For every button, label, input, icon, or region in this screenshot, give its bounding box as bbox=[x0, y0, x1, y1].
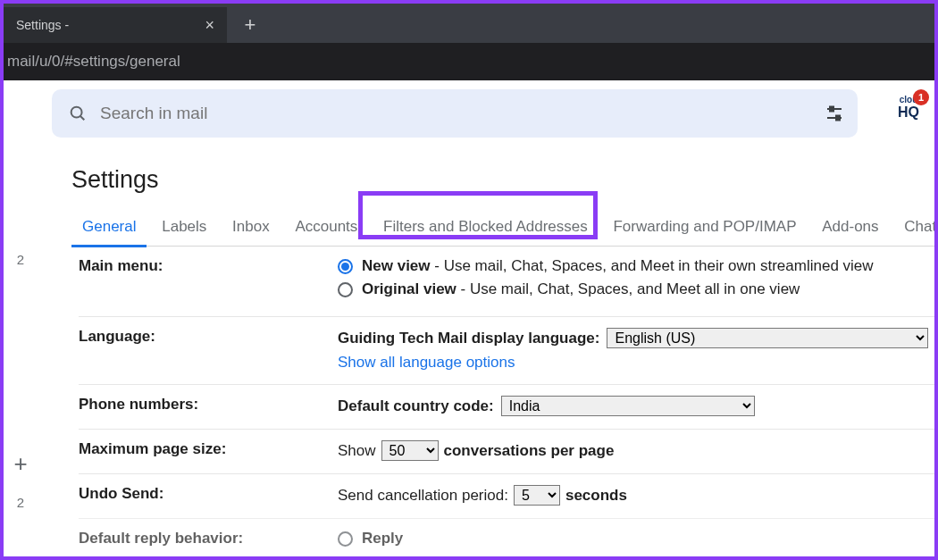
gutter-number: 2 bbox=[4, 495, 38, 510]
radio-original-view[interactable]: Original view - Use mail, Chat, Spaces, … bbox=[338, 280, 934, 298]
page-size-suffix: conversations per page bbox=[444, 442, 615, 460]
plus-icon[interactable]: + bbox=[4, 450, 38, 478]
tab-forwarding[interactable]: Forwarding and POP/IMAP bbox=[602, 211, 807, 247]
option-name: Original view bbox=[362, 280, 456, 297]
undo-period-select[interactable]: 5 bbox=[514, 485, 560, 506]
option-desc: - Use mail, Chat, Spaces, and Meet all i… bbox=[456, 280, 800, 297]
tab-inbox[interactable]: Inbox bbox=[222, 211, 281, 247]
page-title: Settings bbox=[71, 166, 159, 194]
row-label: Main menu: bbox=[79, 257, 338, 304]
row-phone: Phone numbers: Default country code: Ind… bbox=[79, 384, 934, 429]
option-desc: - Use mail, Chat, Spaces, and Meet in th… bbox=[431, 257, 874, 274]
tab-general[interactable]: General bbox=[71, 211, 147, 247]
row-page-size: Maximum page size: Show 50 conversations… bbox=[79, 429, 934, 473]
row-label: Maximum page size: bbox=[79, 440, 338, 461]
row-label: Language: bbox=[79, 328, 338, 372]
tab-addons[interactable]: Add-ons bbox=[811, 211, 889, 247]
gutter-number: 2 bbox=[4, 252, 38, 267]
option-name: Reply bbox=[362, 530, 403, 547]
language-select[interactable]: English (US) bbox=[607, 328, 928, 348]
tab-accounts[interactable]: Accounts bbox=[284, 211, 368, 247]
cloudhq-bottom: HQ bbox=[892, 104, 925, 121]
row-main-menu: Main menu: New view - Use mail, Chat, Sp… bbox=[79, 250, 934, 316]
tab-filters[interactable]: Filters and Blocked Addresses bbox=[373, 211, 599, 247]
cloudhq-badge[interactable]: clou HQ 1 bbox=[892, 95, 925, 121]
search-bar[interactable] bbox=[52, 89, 858, 138]
radio-icon bbox=[338, 282, 353, 297]
row-label: Phone numbers: bbox=[79, 396, 338, 416]
settings-tabs: General Labels Inbox Accounts Filters an… bbox=[71, 211, 934, 247]
display-language-label: Guiding Tech Mail display language: bbox=[338, 330, 599, 347]
svg-rect-5 bbox=[836, 116, 840, 121]
address-bar[interactable]: mail/u/0/#settings/general bbox=[4, 43, 934, 80]
page-size-prefix: Show bbox=[338, 442, 376, 460]
browser-tab[interactable]: Settings - × bbox=[4, 7, 227, 43]
svg-line-1 bbox=[80, 116, 84, 120]
radio-icon bbox=[338, 259, 353, 274]
row-label: Default reply behavior: bbox=[79, 530, 338, 553]
page-content: 2 + 2 clou HQ 1 Settings General Labels … bbox=[4, 80, 934, 556]
close-icon[interactable]: × bbox=[205, 16, 214, 35]
option-name: New view bbox=[362, 257, 431, 274]
tab-labels[interactable]: Labels bbox=[151, 211, 217, 247]
country-code-label: Default country code: bbox=[338, 397, 494, 415]
notification-badge: 1 bbox=[913, 89, 929, 105]
browser-tab-strip: Settings - × + bbox=[4, 4, 934, 43]
radio-new-view[interactable]: New view - Use mail, Chat, Spaces, and M… bbox=[338, 257, 934, 275]
row-language: Language: Guiding Tech Mail display lang… bbox=[79, 316, 934, 384]
undo-suffix: seconds bbox=[565, 487, 627, 505]
svg-rect-4 bbox=[830, 107, 833, 112]
search-icon bbox=[68, 104, 88, 123]
tune-icon[interactable] bbox=[824, 103, 845, 124]
new-tab-button[interactable]: + bbox=[234, 9, 266, 41]
country-code-select[interactable]: India bbox=[501, 396, 755, 416]
tab-title-redacted bbox=[69, 17, 185, 33]
show-all-languages-link[interactable]: Show all language options bbox=[338, 354, 515, 371]
tab-title: Settings - bbox=[16, 18, 69, 32]
search-input[interactable] bbox=[100, 104, 842, 123]
radio-reply[interactable]: Reply bbox=[338, 530, 934, 547]
row-reply-behavior: Default reply behavior: Reply bbox=[79, 518, 934, 560]
row-undo-send: Undo Send: Send cancellation period: 5 s… bbox=[79, 473, 934, 518]
left-gutter: 2 + 2 bbox=[4, 80, 38, 556]
svg-point-0 bbox=[71, 107, 82, 118]
tab-chat[interactable]: Chat bbox=[893, 211, 938, 247]
address-text: mail/u/0/#settings/general bbox=[7, 53, 180, 71]
row-label: Undo Send: bbox=[79, 485, 338, 506]
settings-rows: Main menu: New view - Use mail, Chat, Sp… bbox=[79, 250, 934, 560]
undo-prefix: Send cancellation period: bbox=[338, 487, 508, 505]
radio-icon bbox=[338, 531, 353, 547]
page-size-select[interactable]: 50 bbox=[381, 440, 439, 461]
